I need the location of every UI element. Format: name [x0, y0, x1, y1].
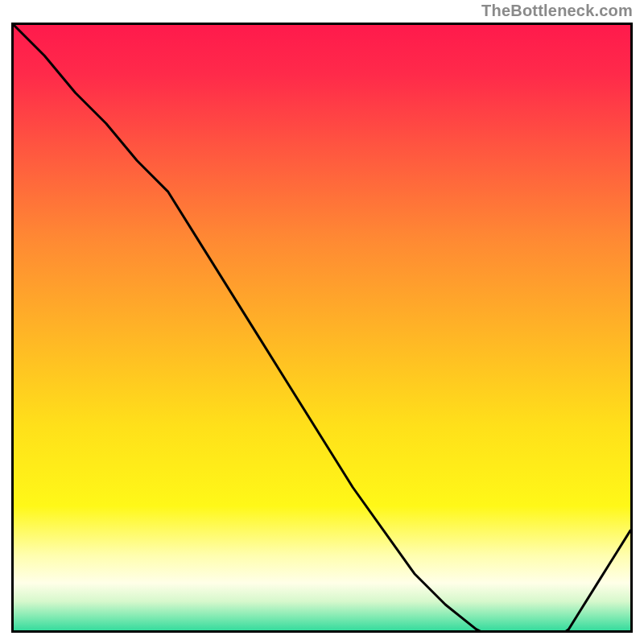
watermark-text: TheBottleneck.com [481, 2, 633, 20]
svg-rect-0 [14, 25, 630, 633]
chart-container [11, 23, 633, 633]
chart-background-gradient [14, 25, 630, 633]
